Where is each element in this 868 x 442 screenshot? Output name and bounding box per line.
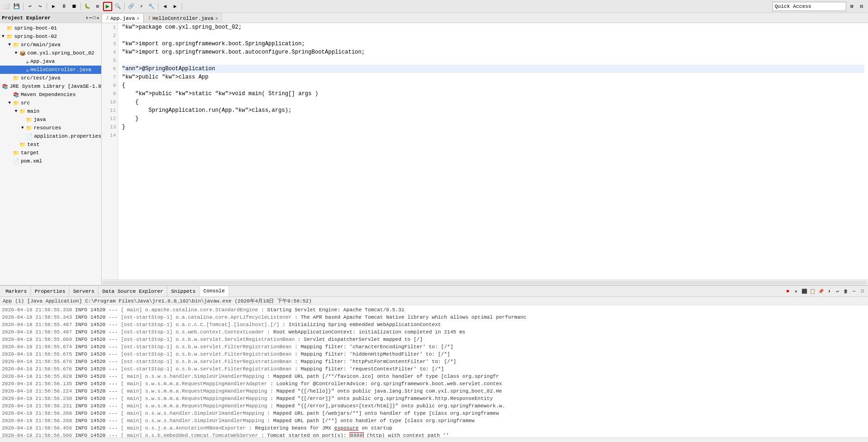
- toolbar-btn-3[interactable]: ↩: [25, 2, 35, 11]
- bottom-tab-snippets[interactable]: Snippets: [167, 286, 200, 297]
- tree-icon-src-test-java: 📁: [13, 75, 19, 81]
- code-area: "kw">package com.yxl.spring_boot_02; "kw…: [118, 23, 868, 279]
- tree-item-src[interactable]: ▼📁src: [0, 99, 101, 107]
- editor-tab-app-java[interactable]: JApp.java✕: [102, 13, 144, 23]
- tree-item-test[interactable]: 📁test: [0, 140, 101, 149]
- tree-icon-application-properties: 📄: [26, 133, 33, 139]
- console-icon-1[interactable]: ⬛: [801, 288, 808, 295]
- tree-icon-resources: 📁: [26, 125, 32, 131]
- tree-arrow-src: ▼: [8, 101, 13, 105]
- tree-icon-maven-deps: 📚: [13, 92, 19, 98]
- toolbar-btn-10[interactable]: 🔗: [127, 2, 136, 11]
- console-minimize-btn[interactable]: —: [850, 288, 858, 295]
- toolbar-sep-2: [47, 3, 47, 10]
- quick-access-input[interactable]: Quick Access: [772, 2, 846, 11]
- code-line-13: }: [122, 123, 864, 131]
- line-number-7: 7: [103, 73, 116, 81]
- bottom-tab-datasource[interactable]: Data Source Explorer: [98, 286, 167, 297]
- bottom-hscroll[interactable]: [0, 437, 868, 442]
- line-number-13: 13: [103, 123, 116, 131]
- tree-icon-target: 📁: [13, 150, 19, 156]
- console-clear-btn[interactable]: 🗑: [842, 288, 850, 295]
- toolbar-btn-8[interactable]: ⚙: [93, 2, 102, 11]
- console-content[interactable]: 2020-04-18 21:56:55.330 INFO 14520 --- […: [0, 305, 868, 437]
- code-line-12: }: [122, 115, 864, 123]
- tree-item-maven-deps[interactable]: 📚Maven Dependencies: [0, 91, 101, 99]
- toolbar-btn-7[interactable]: ⏹: [69, 2, 79, 11]
- toolbar-btn-5[interactable]: ▶: [49, 2, 58, 11]
- tab-close-hello-controller[interactable]: ✕: [215, 16, 218, 21]
- console-remove-btn[interactable]: ✕: [792, 288, 800, 295]
- tree-label-spring-boot-01: spring-boot-01: [14, 25, 57, 31]
- toolbar-btn-4[interactable]: ↪: [36, 2, 45, 11]
- tree-item-target[interactable]: 📁target: [0, 149, 101, 157]
- toolbar-btn-11[interactable]: ⚡: [137, 2, 146, 11]
- bottom-tab-properties[interactable]: Properties: [31, 286, 69, 297]
- close-panel-icon[interactable]: ✕: [97, 15, 99, 21]
- minimize-panel-icon[interactable]: —: [89, 15, 92, 21]
- console-line: 2020-04-18 21:56:55.676 INFO 14520 --- […: [2, 358, 866, 365]
- console-line: 2020-04-18 21:56:55.674 INFO 14520 --- […: [2, 343, 866, 351]
- tree-arrow-main: ▼: [15, 109, 19, 114]
- bottom-tab-icons: ■ ✕ ⬛ 📋 📌 ⬇ ↩ 🗑 — □: [784, 288, 866, 295]
- run-button[interactable]: ▶: [103, 2, 112, 11]
- toolbar-btn-debug[interactable]: 🐛: [83, 2, 92, 11]
- console-icon-2[interactable]: 📋: [809, 288, 816, 295]
- bottom-tab-console[interactable]: Console: [200, 286, 229, 297]
- bottom-tab-servers[interactable]: Servers: [69, 286, 98, 297]
- tree-arrow-com-yxl: ▼: [15, 51, 19, 55]
- tree-item-main[interactable]: ▼📁main: [0, 107, 101, 115]
- maximize-btn[interactable]: ⊞: [847, 2, 856, 11]
- toolbar-btn-nav-fwd[interactable]: ▶: [170, 2, 180, 11]
- tree-item-src-main-java[interactable]: ▼📁src/main/java: [0, 41, 101, 49]
- tree-item-App-java[interactable]: ☕App.java: [0, 57, 101, 66]
- line-number-10: 10: [103, 98, 116, 106]
- tree-icon-HelloController-java: ☕: [26, 67, 29, 73]
- toolbar-btn-1[interactable]: ⬜: [2, 2, 11, 11]
- tree-item-resources[interactable]: ▼📁resources: [0, 124, 101, 132]
- tree-item-com-yxl[interactable]: ▼📦com.yxl.spring_boot_02: [0, 49, 101, 57]
- maximize-panel-icon[interactable]: □: [93, 15, 96, 21]
- tree-item-spring-boot-01[interactable]: 📁spring-boot-01: [0, 24, 101, 32]
- tree-label-App-java: App.java: [30, 59, 55, 64]
- left-panel: Project Explorer ⬇ — □ ✕ 📁spring-boot-01…: [0, 13, 102, 285]
- tree-item-java[interactable]: 📁java: [0, 115, 101, 124]
- console-wrap-btn[interactable]: ↩: [834, 288, 841, 295]
- editor-content[interactable]: 1234567891011121314 "kw">package com.yxl…: [102, 23, 868, 279]
- console-line: 2020-04-18 21:56:56.268 INFO 14520 --- […: [2, 410, 866, 417]
- tree-arrow-resources: ▼: [21, 126, 26, 130]
- console-line: 2020-04-18 21:56:55.676 INFO 14520 --- […: [2, 365, 866, 373]
- console-stop-btn[interactable]: ■: [784, 288, 791, 295]
- collapse-icon[interactable]: ⬇: [85, 15, 88, 21]
- console-pin-btn[interactable]: 📌: [817, 288, 825, 295]
- toolbar-btn-nav-back[interactable]: ◀: [160, 2, 170, 11]
- console-scroll-btn[interactable]: ⬇: [826, 288, 833, 295]
- toolbar-btn-6[interactable]: ⏸: [59, 2, 68, 11]
- toolbar-btn-9[interactable]: 🔍: [113, 2, 122, 11]
- tree-icon-pom-xml: 📄: [13, 158, 19, 164]
- tree-label-HelloController-java: HelloController.java: [30, 67, 91, 73]
- line-number-9: 9: [103, 90, 116, 98]
- bottom-tab-markers[interactable]: Markers: [2, 286, 31, 297]
- toolbar-sep-6: [182, 3, 182, 10]
- tree-item-src-test-java[interactable]: 📁src/test/java: [0, 74, 101, 82]
- tree-item-pom-xml[interactable]: 📄pom.xml: [0, 157, 101, 165]
- minimize-btn[interactable]: ⊟: [857, 2, 866, 11]
- bottom-panel: MarkersPropertiesServersData Source Expl…: [0, 285, 868, 442]
- tab-close-app-java[interactable]: ✕: [137, 16, 140, 21]
- editor-tab-hello-controller[interactable]: JHelloController.java✕: [144, 13, 222, 23]
- console-line: 2020-04-18 21:56:56.135 INFO 14520 --- […: [2, 380, 866, 388]
- code-line-9: "kw">public "kw">static "kw">void main( …: [122, 90, 864, 98]
- tree-icon-main: 📁: [19, 109, 26, 115]
- editor-hscroll[interactable]: [102, 279, 868, 285]
- editor-hscroll-track[interactable]: [103, 281, 867, 285]
- tree-item-application-properties[interactable]: 📄application.properties: [0, 132, 101, 140]
- tree-label-main: main: [27, 109, 39, 114]
- console-maximize-btn[interactable]: □: [859, 288, 866, 295]
- toolbar-btn-2[interactable]: 💾: [12, 2, 21, 11]
- tree-item-spring-boot-02[interactable]: ▼📁spring-boot-02: [0, 32, 101, 41]
- tree-item-HelloController-java[interactable]: ☕HelloController.java: [0, 66, 101, 74]
- toolbar-btn-12[interactable]: 🔧: [147, 2, 156, 11]
- console-line: 2020-04-18 21:56:56.268 INFO 14520 --- […: [2, 417, 866, 424]
- tree-item-jre-system[interactable]: 📚JRE System Library [JavaSE-1.8]: [0, 82, 101, 91]
